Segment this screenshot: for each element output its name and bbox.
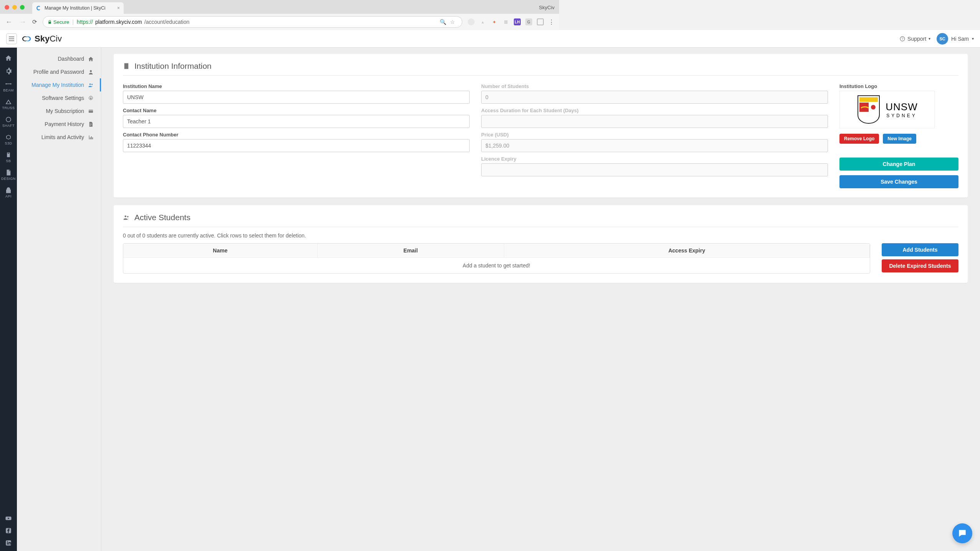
svg-point-11 [91,84,93,85]
svg-point-3 [5,83,7,85]
content: Institution Information Institution Name… [101,48,559,314]
secure-badge: Secure [48,19,69,25]
home-icon [88,56,94,62]
students-status: 0 out of 0 students are currently active… [123,232,559,239]
window-app-name: SkyCiv [539,5,555,10]
file-icon [88,121,94,127]
window-close[interactable] [5,5,9,10]
sidebar-api[interactable]: API [5,184,12,201]
settings-nav: Dashboard Profile and Password Manage My… [17,48,101,314]
students-table: Name Email Access Expiry Add a student t… [123,243,559,274]
input-students [481,91,559,104]
label-price: Price (USD) [481,132,559,138]
nav-software[interactable]: Software Settings [17,91,101,105]
nav-limits[interactable]: Limits and Activity [17,131,101,144]
menu-toggle-button[interactable] [6,33,17,44]
svg-point-5 [6,117,11,122]
ext-icon-2[interactable]: ▲ [479,18,486,25]
ext-icon-3[interactable]: ✦ [491,18,498,25]
sidebar-shaft[interactable]: SHAFT [2,113,15,131]
nav-institution[interactable]: Manage My Institution [17,78,101,91]
chart-icon [88,134,94,140]
svg-point-10 [89,83,91,85]
svg-point-12 [90,97,92,99]
app-sidebar: BEAM TRUSS SHAFT S3D SB DESIGN API [0,48,17,314]
url-host: platform.skyciv.com [95,19,142,25]
input-inst-name[interactable] [123,91,470,104]
institution-title: Institution Information [123,61,559,76]
label-inst-name: Institution Name [123,83,470,89]
sidebar-s3d[interactable]: S3D [5,131,12,148]
gear-icon [88,95,94,101]
url-scheme: https:// [77,19,93,25]
nav-dashboard[interactable]: Dashboard [17,52,101,65]
browser-chrome: Manage My Institution | SkyCi × SkyCiv ←… [0,0,559,30]
lock-icon [48,20,52,24]
window-maximize[interactable] [20,5,25,10]
input-phone[interactable] [123,139,470,152]
address-bar-row: ← → ⟳ Secure | https://platform.skyciv.c… [0,14,559,30]
input-price [481,139,559,152]
nav-forward-icon: → [18,18,27,26]
sidebar-home[interactable] [5,51,12,65]
sidebar-sb[interactable]: SB [5,148,12,166]
reload-icon[interactable]: ⟳ [32,18,37,25]
sidebar-design[interactable]: DESIGN [1,166,16,184]
brand-logo[interactable]: SkyCiv [21,34,62,44]
ext-icon-7[interactable] [537,18,544,25]
table-row: Add a student to get started! [123,258,559,274]
svg-point-4 [10,83,11,85]
svg-rect-14 [89,110,93,111]
nav-profile[interactable]: Profile and Password [17,65,101,78]
url-path: /account/education [144,19,190,25]
building-icon [123,63,130,70]
tab-title: Manage My Institution | SkyCi [45,5,106,11]
svg-point-18 [127,216,129,217]
institution-card: Institution Information Institution Name… [114,54,559,197]
th-email: Email [317,244,504,258]
address-bar[interactable]: Secure | https://platform.skyciv.com/acc… [43,16,462,28]
students-title: Active Students [123,213,559,227]
label-duration: Access Duration for Each Student (Days) [481,108,559,113]
ext-icon-1[interactable] [468,18,475,25]
nav-back-icon[interactable]: ← [5,18,13,26]
sidebar-truss[interactable]: TRUSS [2,95,15,113]
users-icon [123,214,130,221]
svg-rect-13 [89,110,93,113]
app-topbar: SkyCiv ? Support ▾ SC Hi Sam ▾ [0,30,559,48]
tab-close-icon[interactable]: × [117,5,120,11]
app-root: SkyCiv ? Support ▾ SC Hi Sam ▾ BEAM TRUS… [0,30,559,314]
extensions: ▲ ✦ ☷ LH G ⋮ [468,18,555,26]
input-contact[interactable] [123,115,470,128]
brand-icon [21,35,33,43]
label-contact: Contact Name [123,108,470,113]
label-students: Number of Students [481,83,559,89]
label-phone: Contact Phone Number [123,132,470,138]
ext-icon-5[interactable]: LH [514,18,521,25]
bookmark-icon[interactable]: ☆ [450,19,455,25]
user-icon [88,69,94,75]
input-duration [481,115,559,128]
th-expiry: Access Expiry [504,244,559,258]
tab-favicon-icon [36,5,41,11]
ext-icon-4[interactable]: ☷ [502,18,509,25]
students-card: Active Students 0 out of 0 students are … [114,205,559,283]
th-name: Name [123,244,317,258]
empty-row: Add a student to get started! [123,258,559,274]
sidebar-beam[interactable]: BEAM [3,78,14,95]
nav-payment[interactable]: Payment History [17,118,101,131]
browser-tab[interactable]: Manage My Institution | SkyCi × [32,2,124,14]
users-icon [88,82,94,88]
window-minimize[interactable] [12,5,17,10]
label-expiry: Licence Expiry [481,156,559,162]
ext-icon-6[interactable]: G [525,18,532,25]
traffic-lights [5,5,25,10]
chrome-menu-icon[interactable]: ⋮ [548,18,555,26]
svg-point-9 [90,70,92,72]
input-expiry [481,163,559,176]
nav-subscription[interactable]: My Subscription [17,105,101,118]
svg-point-17 [125,216,127,217]
zoom-icon[interactable]: 🔍 [440,19,446,25]
card-icon [88,108,94,114]
sidebar-settings[interactable] [5,65,12,78]
